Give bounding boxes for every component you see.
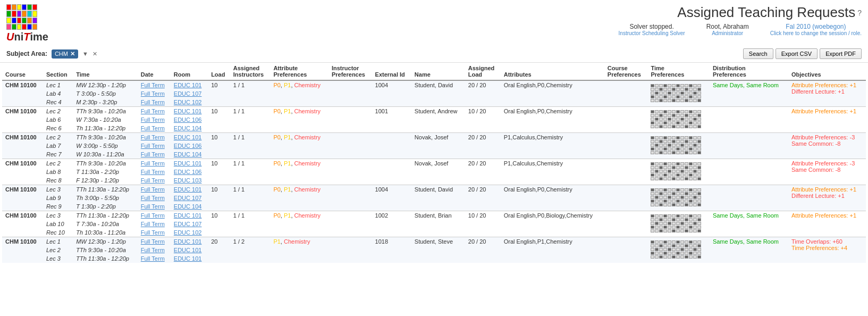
cell-sub-section: Rec 4 bbox=[43, 98, 73, 107]
cell-section: Lec 2 bbox=[43, 159, 73, 168]
cell-date: Full Term bbox=[138, 133, 171, 142]
cell-section: Lec 3 bbox=[43, 185, 73, 194]
cell-course-pref bbox=[604, 159, 648, 168]
cell-sub-room[interactable]: EDUC 106 bbox=[171, 142, 208, 150]
cell-sub-room[interactable]: EDUC 104 bbox=[171, 124, 208, 133]
user-role[interactable]: Administrator bbox=[706, 30, 749, 36]
cell-sub-room[interactable]: EDUC 107 bbox=[171, 194, 208, 202]
cell-room[interactable]: EDUC 101 bbox=[171, 133, 208, 142]
solver-label[interactable]: Instructor Scheduling Solver bbox=[619, 30, 685, 36]
cell-external-id: 1018 bbox=[372, 237, 411, 246]
subject-area-label: Subject Area: bbox=[6, 50, 47, 57]
cell-sub-room[interactable]: EDUC 106 bbox=[171, 115, 208, 124]
cell-sub-room[interactable]: EDUC 101 bbox=[171, 246, 208, 254]
cell-sub-date: Full Term bbox=[138, 115, 171, 124]
help-icon[interactable]: ? bbox=[857, 9, 862, 17]
cell-assigned-load: 1 / 1 bbox=[230, 107, 271, 116]
cell-sub-date: Full Term bbox=[138, 150, 171, 159]
cell-objectives: Attribute Preferences: -3Same Common: -8 bbox=[788, 133, 866, 159]
cell-attributes: P1,Calculus,Chemistry bbox=[501, 159, 604, 168]
cell-sub-time: Th 11:30a - 12:20p bbox=[73, 124, 138, 133]
cell-course: CHM 10100 bbox=[2, 185, 43, 211]
cell-section: Lec 1 bbox=[43, 237, 73, 246]
cell-load: 10 bbox=[208, 107, 230, 116]
filter-down-icon[interactable]: ▼ bbox=[82, 51, 88, 57]
cell-time-pref bbox=[647, 159, 709, 185]
cell-sub-date: Full Term bbox=[138, 228, 171, 237]
cell-course-pref bbox=[604, 107, 648, 116]
cell-instructor-pref bbox=[328, 107, 372, 116]
cell-sub-time: Th 3:00p - 5:50p bbox=[73, 194, 138, 202]
session-sub[interactable]: Click here to change the session / role. bbox=[770, 30, 862, 36]
cell-time: TTh 11:30a - 12:20p bbox=[73, 211, 138, 220]
cell-date: Full Term bbox=[138, 237, 171, 246]
cell-sub-room[interactable]: EDUC 103 bbox=[171, 176, 208, 185]
col-dist-pref: DistributionPreferences bbox=[710, 63, 788, 80]
cell-sub-time: M 2:30p - 3:20p bbox=[73, 98, 138, 107]
cell-attr-pref: P0, P1, Chemistry bbox=[270, 133, 328, 142]
assignments-table: Course Section Time Date Room Load Assig… bbox=[2, 63, 866, 263]
cell-time-pref bbox=[647, 211, 709, 237]
filter-clear-icon[interactable]: ✕ bbox=[92, 51, 97, 57]
cell-attributes: Oral English,P1,Chemistry bbox=[501, 237, 604, 246]
cell-attr-pref: P0, P1, Chemistry bbox=[270, 211, 328, 220]
cell-room[interactable]: EDUC 101 bbox=[171, 80, 208, 89]
cell-time: TTh 9:30a - 10:20a bbox=[73, 133, 138, 142]
cell-sub-section: Lab 7 bbox=[43, 142, 73, 150]
cell-assigned-load: 1 / 1 bbox=[230, 133, 271, 142]
cell-sub-section: Lab 8 bbox=[43, 168, 73, 176]
cell-sub-date: Full Term bbox=[138, 89, 171, 98]
cell-date: Full Term bbox=[138, 159, 171, 168]
cell-assigned: 20 / 20 bbox=[465, 159, 501, 168]
cell-sub-room[interactable]: EDUC 104 bbox=[171, 202, 208, 211]
cell-section: Lec 2 bbox=[43, 133, 73, 142]
cell-sub-time: T 1:30p - 2:20p bbox=[73, 202, 138, 211]
cell-name: Novak, Josef bbox=[411, 133, 465, 142]
cell-room[interactable]: EDUC 101 bbox=[171, 237, 208, 246]
cell-objectives: Attribute Preferences: +1 bbox=[788, 107, 866, 133]
subject-tag-remove-icon[interactable]: ✕ bbox=[70, 51, 75, 57]
cell-external-id: 1004 bbox=[372, 80, 411, 89]
export-csv-button[interactable]: Export CSV bbox=[776, 48, 818, 59]
cell-course: CHM 10100 bbox=[2, 80, 43, 107]
cell-load: 10 bbox=[208, 80, 230, 89]
col-assigned-load: AssignedLoad bbox=[465, 63, 501, 80]
cell-room[interactable]: EDUC 101 bbox=[171, 185, 208, 194]
app-logo-text: UniTime bbox=[6, 31, 48, 43]
cell-course: CHM 10100 bbox=[2, 237, 43, 263]
cell-sub-room[interactable]: EDUC 107 bbox=[171, 220, 208, 228]
cell-sub-room[interactable]: EDUC 106 bbox=[171, 168, 208, 176]
cell-time: MW 12:30p - 1:20p bbox=[73, 80, 138, 89]
cell-sub-date: Full Term bbox=[138, 202, 171, 211]
cell-external-id: 1002 bbox=[372, 211, 411, 220]
cell-sub-section: Rec 6 bbox=[43, 124, 73, 133]
cell-sub-room[interactable]: EDUC 102 bbox=[171, 98, 208, 107]
user-name: Root, Abraham bbox=[706, 23, 749, 30]
cell-instructor-pref bbox=[328, 237, 372, 246]
cell-sub-room[interactable]: EDUC 102 bbox=[171, 228, 208, 237]
cell-sub-room[interactable]: EDUC 101 bbox=[171, 254, 208, 263]
cell-room[interactable]: EDUC 101 bbox=[171, 159, 208, 168]
export-pdf-button[interactable]: Export PDF bbox=[820, 48, 862, 59]
cell-attr-pref: P0, P1, Chemistry bbox=[270, 185, 328, 194]
cell-name: Student, Steve bbox=[411, 237, 465, 246]
cell-dist-pref bbox=[710, 185, 788, 211]
cell-external-id: 1001 bbox=[372, 107, 411, 116]
col-load: Load bbox=[208, 63, 230, 80]
session-name[interactable]: Fal 2010 (woebegon) bbox=[770, 23, 862, 30]
cell-time: TTh 9:30a - 10:20a bbox=[73, 159, 138, 168]
cell-sub-date: Full Term bbox=[138, 98, 171, 107]
cell-sub-time: W 7:30a - 10:20a bbox=[73, 115, 138, 124]
cell-sub-room[interactable]: EDUC 104 bbox=[171, 150, 208, 159]
col-attribute-preferences: AttributePreferences bbox=[270, 63, 328, 80]
cell-sub-room[interactable]: EDUC 107 bbox=[171, 89, 208, 98]
search-button[interactable]: Search bbox=[743, 48, 773, 59]
cell-time-pref bbox=[647, 133, 709, 159]
cell-room[interactable]: EDUC 101 bbox=[171, 107, 208, 116]
cell-sub-date: Full Term bbox=[138, 220, 171, 228]
cell-name: Student, Brian bbox=[411, 211, 465, 220]
cell-course: CHM 10100 bbox=[2, 133, 43, 159]
cell-room[interactable]: EDUC 101 bbox=[171, 211, 208, 220]
cell-sub-section: Lab 4 bbox=[43, 89, 73, 98]
subject-tag[interactable]: CHM ✕ bbox=[52, 49, 78, 59]
